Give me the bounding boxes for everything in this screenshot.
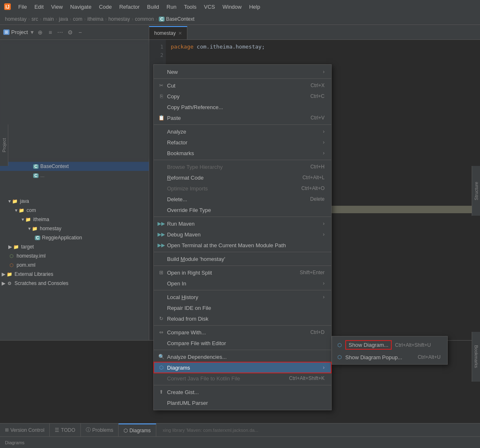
ctx-copy-shortcut: Ctrl+C (310, 93, 325, 99)
breadcrumb-main[interactable]: main (43, 16, 54, 22)
toolbar-collapse-icon[interactable]: ≡ (46, 28, 54, 37)
tab-todo-label: TODO (61, 427, 75, 433)
tree-expand-homestay: ▾ (28, 226, 31, 231)
breadcrumb-src[interactable]: src (32, 16, 38, 22)
bookmarks-tab[interactable]: Bookmarks (472, 332, 480, 382)
breadcrumb-itheima[interactable]: itheima (87, 16, 104, 22)
submenu-show-diagram-popup[interactable]: ⬡ Show Diagram Popup... Ctrl+Alt+U (332, 352, 447, 363)
ctx-reformat[interactable]: Reformat Code Ctrl+Alt+L (154, 172, 331, 183)
tab-close-icon[interactable]: ✕ (178, 31, 182, 36)
ctx-convert-shortcut: Ctrl+Alt+Shift+K (289, 375, 325, 381)
toolbar-gear-icon[interactable]: ⚙ (66, 28, 74, 37)
ctx-open-in[interactable]: Open In › (154, 278, 331, 289)
tree-item-iml[interactable]: ⬡ homestay.iml (0, 251, 149, 261)
breadcrumb-homestay2[interactable]: homestay (108, 16, 130, 22)
menu-code[interactable]: Code (96, 2, 115, 12)
menu-help[interactable]: Help (246, 2, 264, 12)
menu-view[interactable]: View (48, 2, 66, 12)
breadcrumb-basecontext[interactable]: BaseContext (166, 16, 194, 22)
ctx-optimize-imports[interactable]: Optimize Imports Ctrl+Alt+O (154, 183, 331, 194)
menu-tools[interactable]: Tools (181, 2, 200, 12)
ctx-analyze-deps[interactable]: 🔍 Analyze Dependencies... (154, 351, 331, 362)
ctx-refactor[interactable]: Refactor › (154, 137, 331, 148)
show-diagram-popup-label: Show Diagram Popup... (345, 354, 402, 360)
cut-icon: ✂ (157, 83, 165, 88)
tree-expand-com: ▾ (15, 207, 17, 213)
project-tab-vertical[interactable]: Project (0, 124, 8, 166)
tree-item-ext-libs[interactable]: ▶ 📁 External Libraries (0, 270, 149, 279)
tab-todo[interactable]: ☰ TODO (50, 424, 80, 437)
toolbar-locate-icon[interactable]: ⊕ (36, 28, 44, 37)
ctx-open-terminal[interactable]: ▶▶ Open Terminal at the Current Maven Mo… (154, 240, 331, 251)
ctx-analyze[interactable]: Analyze › (154, 126, 331, 137)
tree-item-pom[interactable]: ⬡ pom.xml (0, 261, 149, 270)
ctx-paste[interactable]: 📋 Paste Ctrl+V (154, 112, 331, 123)
code-line-2 (171, 51, 475, 58)
tab-diagrams[interactable]: ⬡ Diagrams (119, 424, 156, 437)
menu-refactor[interactable]: Refactor (116, 2, 143, 12)
ctx-browse-hierarchy[interactable]: Browse Type Hierarchy Ctrl+H (154, 161, 331, 172)
tree-item-homestay-folder[interactable]: ▾ 📁 homestay (0, 224, 149, 233)
structure-tab[interactable]: Structure (472, 166, 480, 216)
tab-homestay[interactable]: homestay ✕ (149, 26, 187, 39)
toolbar-minus-icon[interactable]: − (76, 28, 84, 37)
tree-item-com[interactable]: ▾ 📁 com (0, 206, 149, 215)
ctx-sep-9 (154, 350, 331, 350)
ctx-plantuml[interactable]: PlantUML Parser (154, 397, 331, 408)
ctx-new[interactable]: New › (154, 66, 331, 77)
ctx-analyze-deps-label: Analyze Dependencies... (167, 354, 227, 360)
ctx-run-maven[interactable]: ▶▶ Run Maven › (154, 218, 331, 229)
tree-item-reggie[interactable]: C ReggieApplication (0, 233, 149, 242)
toolbar-dots-icon[interactable]: ⋯ (56, 28, 64, 37)
breadcrumb-homestay[interactable]: homestay (5, 16, 27, 22)
ctx-debug-maven[interactable]: ▶▶ Debug Maven › (154, 229, 331, 240)
ctx-copy-path[interactable]: Copy Path/Reference... (154, 102, 331, 112)
project-dropdown-icon[interactable]: ▼ (29, 29, 34, 35)
ctx-convert-kotlin[interactable]: Convert Java File to Kotlin File Ctrl+Al… (154, 373, 331, 384)
tree-item-target[interactable]: ▶ 📁 target (0, 242, 149, 251)
tree-item-2[interactable]: C ... (0, 171, 149, 180)
menu-navigate[interactable]: Navigate (67, 2, 95, 12)
breadcrumb-com[interactable]: com (73, 16, 82, 22)
tree-item-scratches[interactable]: ▶ ⚙ Scratches and Consoles (0, 279, 149, 288)
project-tree[interactable]: C BaseContext C ... ▾ 📁 java ▾ 📁 com ▾ 📁… (0, 160, 149, 290)
breadcrumb-java[interactable]: java (59, 16, 68, 22)
ctx-optimize-shortcut: Ctrl+Alt+O (301, 185, 325, 191)
menu-vcs[interactable]: VCS (201, 2, 218, 12)
breadcrumb-common[interactable]: common (135, 16, 154, 22)
ctx-bookmarks[interactable]: Bookmarks › (154, 148, 331, 158)
ctx-repair-ide[interactable]: Repair IDE on File (154, 302, 331, 313)
project-tab-label: Project (2, 138, 7, 152)
ctx-cut[interactable]: ✂ Cut Ctrl+X (154, 80, 331, 91)
ctx-compare-editor[interactable]: Compare File with Editor (154, 338, 331, 348)
ctx-local-history[interactable]: Local History › (154, 292, 331, 302)
scratches-icon: ⚙ (6, 280, 13, 287)
tree-expand-scratches: ▶ (2, 280, 5, 286)
ctx-diagrams[interactable]: ⬡ Diagrams › (154, 362, 331, 373)
ctx-copy[interactable]: ⎘ Copy Ctrl+C (154, 91, 331, 102)
tree-item-itheima[interactable]: ▾ 📁 itheima (0, 215, 149, 224)
ctx-create-gist[interactable]: ⬆ Create Gist... (154, 387, 331, 397)
class-icon: C (33, 164, 39, 169)
ctx-compare-with[interactable]: ⇔ Compare With... Ctrl+D (154, 327, 331, 338)
tab-version-control[interactable]: ⊞ Version Control (0, 424, 50, 437)
menu-file[interactable]: File (15, 2, 30, 12)
tree-item-basecontext[interactable]: C BaseContext (0, 162, 149, 171)
ctx-override-type[interactable]: Override File Type (154, 205, 331, 215)
submenu-show-diagram[interactable]: ⬡ Show Diagram... Ctrl+Alt+Shift+U (332, 338, 447, 352)
tree-expand-java: ▾ (8, 198, 11, 204)
ctx-sep-5 (154, 252, 331, 252)
ctx-reload-disk[interactable]: ↻ Reload from Disk (154, 313, 331, 324)
tab-problems[interactable]: ⓘ Problems (81, 424, 119, 437)
ctx-open-right-split[interactable]: ⊞ Open in Right Split Shift+Enter (154, 267, 331, 278)
ctx-delete[interactable]: Delete... Delete (154, 194, 331, 205)
menu-window[interactable]: Window (219, 2, 245, 12)
ctx-sep-8 (154, 325, 331, 326)
vc-icon: ⊞ (5, 427, 9, 433)
menu-edit[interactable]: Edit (31, 2, 47, 12)
ctx-build-module[interactable]: Build Module 'homestay' (154, 253, 331, 264)
menu-build[interactable]: Build (144, 2, 162, 12)
tree-item-java[interactable]: ▾ 📁 java (0, 197, 149, 206)
tree-item-homestay-folder-label: homestay (40, 226, 61, 231)
menu-run[interactable]: Run (163, 2, 180, 12)
